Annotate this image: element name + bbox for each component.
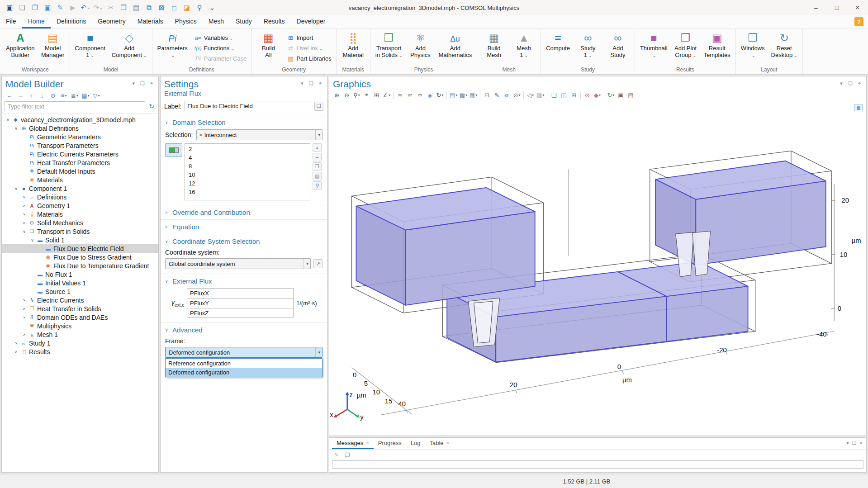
tree-expander[interactable] [13, 350, 19, 354]
ribbon-button[interactable]: LiveLink [283, 43, 334, 53]
active-toggle-button[interactable] [165, 143, 182, 157]
menu-tab[interactable]: Geometry [92, 15, 131, 28]
tree-expander[interactable] [13, 341, 19, 346]
equation-header[interactable]: Equation [161, 220, 327, 234]
separator-icon[interactable] [604, 91, 604, 99]
ribbon-button[interactable]: Application Builder [3, 30, 38, 66]
ribbon-button[interactable]: Parameters [154, 30, 191, 66]
selection-zoom-icon[interactable] [313, 181, 322, 190]
ribbon-button[interactable]: Transport in Solids [372, 30, 406, 66]
domain-list-item[interactable]: 16 [185, 188, 310, 196]
view-zx-icon[interactable] [415, 90, 425, 99]
separator-icon[interactable] [393, 91, 394, 99]
tree-item[interactable]: Heat Transfer in Solids [2, 304, 158, 313]
separator-icon[interactable] [580, 91, 581, 99]
menu-tab[interactable]: Materials [132, 15, 169, 28]
tree-expander[interactable] [21, 315, 28, 320]
tree-expander[interactable] [21, 229, 28, 234]
ribbon-button[interactable]: Thumbnail [637, 30, 671, 66]
panel-menu-icon[interactable] [846, 440, 849, 446]
tree-expander[interactable] [21, 212, 28, 217]
domain-selection-header[interactable]: Domain Selection [161, 115, 327, 129]
clear-scene-icon[interactable] [583, 90, 592, 99]
ribbon-button[interactable]: Build All [253, 30, 283, 66]
menu-tab[interactable]: Developer [291, 15, 332, 28]
cut-icon[interactable] [105, 2, 117, 14]
ribbon-button[interactable]: Result Templates [701, 30, 734, 66]
tree-expander[interactable] [21, 332, 28, 337]
default-view-icon[interactable] [425, 90, 435, 99]
go-to-source-icon[interactable] [313, 259, 323, 268]
msg-copy-icon[interactable] [343, 451, 352, 459]
messages-tab[interactable]: Messages [332, 438, 374, 449]
messages-tab[interactable]: Progress [374, 438, 406, 449]
tree-expander[interactable] [21, 307, 28, 311]
panel-float-icon[interactable] [847, 81, 854, 86]
save-icon[interactable] [42, 2, 53, 14]
ribbon-button[interactable]: Model Manager [38, 30, 68, 66]
separator-icon[interactable] [480, 91, 480, 99]
window-single-icon[interactable] [549, 90, 559, 99]
panel-float-icon[interactable] [139, 81, 146, 86]
panel-close-icon[interactable] [860, 440, 863, 446]
run-icon[interactable] [67, 2, 79, 14]
ribbon-button[interactable]: Reset Desktop [768, 30, 801, 66]
collapse-all-icon[interactable] [70, 91, 80, 100]
ribbon-button[interactable]: Mesh 1 [509, 30, 539, 66]
zoom-menu-icon[interactable] [352, 90, 361, 99]
tree-item[interactable]: Geometry 1 [2, 201, 158, 210]
show-icon[interactable] [48, 91, 58, 100]
flux-value-field[interactable]: PFluxX [187, 288, 294, 298]
move-down-icon[interactable] [37, 91, 47, 100]
help-icon[interactable]: ? [854, 17, 863, 26]
selection-paste-icon[interactable] [313, 172, 322, 180]
menu-tab[interactable]: Home [22, 15, 51, 28]
frame-combo[interactable]: Deformed configuration ▾ [165, 347, 323, 358]
domain-list-item[interactable]: 10 [185, 171, 310, 179]
ribbon-button[interactable]: Add Component [109, 30, 150, 66]
panel-float-icon[interactable] [308, 81, 314, 86]
nav-back-icon[interactable] [5, 91, 14, 100]
panel-pin-icon[interactable] [317, 81, 323, 86]
ribbon-button[interactable]: Add Study [603, 30, 633, 66]
coordinate-system-combo[interactable]: Global coordinate system ▾ [165, 258, 311, 269]
new-file-icon[interactable] [16, 2, 28, 14]
window-grid-icon[interactable] [569, 90, 579, 99]
tree-item[interactable]: Initial Values 1 [2, 279, 158, 287]
camera-snapshot-icon[interactable] [616, 90, 626, 99]
msg-clear-icon[interactable] [332, 451, 341, 459]
view-xy-icon[interactable] [395, 90, 405, 99]
tree-item[interactable]: Flux Due to Temperature Gradient [2, 261, 158, 270]
selection-add-icon[interactable] [313, 143, 322, 152]
tree-item[interactable]: Multiphysics [2, 322, 158, 330]
panel-menu-icon[interactable] [299, 81, 305, 86]
material-rendering-icon[interactable] [469, 90, 478, 99]
zoom-out-icon[interactable] [342, 90, 351, 99]
panel-pin-icon[interactable] [856, 81, 863, 86]
tree-item[interactable]: Transport in Solids [2, 227, 158, 236]
domain-list-item[interactable]: 4 [185, 153, 310, 162]
tree-item[interactable]: vacancy_electromigration_3Dmodel.mph [2, 115, 158, 124]
ribbon-button[interactable]: Add Physics [405, 30, 435, 66]
ribbon-button[interactable]: Import [283, 33, 334, 43]
edit-label-icon[interactable] [314, 102, 323, 111]
view-yz-icon[interactable] [405, 90, 415, 99]
tree-expander[interactable] [21, 221, 28, 225]
minimize-button[interactable] [806, 0, 826, 15]
tree-expander[interactable] [21, 195, 28, 199]
tree-item[interactable]: Electric Currents [2, 296, 158, 304]
flux-value-field[interactable]: PFluxZ [187, 308, 294, 318]
selection-copy-icon[interactable] [313, 162, 322, 171]
messages-content[interactable] [332, 460, 863, 469]
graphics-canvas[interactable]: 20 10 0 µm 40 20 0 -20 -40 µm 0 5 [329, 101, 866, 436]
ribbon-button[interactable]: Parameter Case [191, 53, 250, 64]
duplicate-icon[interactable] [143, 2, 155, 14]
save-as-icon[interactable] [54, 2, 66, 14]
scene-appearance-icon[interactable] [459, 90, 468, 99]
tree-item[interactable]: Component 1 [2, 184, 158, 193]
tree-item[interactable]: Source 1 [2, 287, 158, 296]
view-orientation-icon[interactable] [382, 90, 391, 99]
tree-item[interactable]: Flux Due to Electric Field [2, 244, 158, 253]
ribbon-button[interactable]: Add Mathematics [435, 30, 475, 66]
frame-option[interactable]: Deformed configuration [166, 368, 322, 377]
